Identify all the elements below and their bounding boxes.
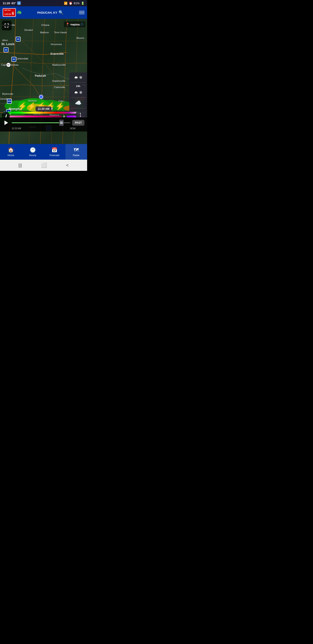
wp-divider-3 [71,108,86,108]
wp-row-1: 🌧 ❄ [71,74,86,81]
nav-label-forecast: Forecast [50,154,59,156]
nav-item-forecast[interactable]: 📅 Forecast [43,144,65,160]
logo-box: WPSD LOCAL 6 [3,8,16,17]
rain-snow-icon-1: 🌧 [74,75,78,80]
nav-label-radar: Radar [73,154,79,156]
nav-location: PADUCAH, KY 🔍 [37,10,63,15]
24h-label: 24h [76,85,80,88]
forecast-icon: 📅 [51,147,57,153]
time-display: 11:20 [3,2,10,5]
mapbox-logo-text: mapbox [70,23,80,26]
radar-icon: 🗺 [74,147,79,153]
timeline-labels: 10:20 AM NOW [3,127,84,130]
alarm-icon: ⏰ [69,2,72,5]
android-back-button[interactable]: < [66,163,69,168]
android-home-button[interactable]: ⬜ [41,162,47,168]
rain-snow-icon-2: 🌧 [74,90,78,95]
battery-display: 81% [74,2,79,5]
x-notification-icon: ✕ [17,1,21,5]
wp-row-24h: 24h [71,84,86,88]
mapbox-info-icon[interactable]: ⓘ [81,22,83,26]
legend-pink-gradient [8,116,62,118]
thumb-line-2 [60,122,63,123]
past-button[interactable]: PAST [72,120,84,126]
tooltip-time: 11:20 AM [38,107,49,110]
hourly-icon: 🕐 [30,147,36,153]
search-button[interactable]: 🔍 [58,10,63,15]
wifi-icon: 📶 [64,2,67,5]
timeline-end: NOW [70,127,75,130]
logo-wpsd: WPSD [4,9,11,11]
status-bar: 11:20 63° ✕ 📶 ⏰ 81% 🔋 [0,0,87,6]
snow-icon-2: ❄ [79,90,82,95]
map-container[interactable]: 📍 mapbox ⓘ Jacksonville Orbana Danville … [0,19,87,144]
expand-icon [4,23,9,28]
mapbox-attribution: 📍 mapbox ⓘ [64,22,85,27]
timeline-controls: PAST [3,119,84,126]
lightning-bolt-2: ⚡ [27,102,36,110]
location-text: PADUCAH, KY [37,11,57,14]
nav-label-home: Home [7,154,14,156]
snow-icon-1: ❄ [79,75,82,80]
location-dot [39,95,43,99]
lightning-bolt-5: ⚡ [55,102,64,110]
battery-icon: 🔋 [81,2,84,5]
cloud-icon: ☁️ [75,100,81,106]
android-recents-button[interactable]: ||| [18,163,22,168]
wp-divider-2 [71,97,86,98]
wp-row-cloud: ☁️ [71,99,86,107]
status-left: 11:20 63° ✕ [3,1,21,5]
scrubber-thumb[interactable] [59,120,64,126]
nav-item-home[interactable]: 🏠 Home [0,144,22,160]
temperature-display: 63° [11,2,16,5]
thumb-line-3 [60,124,63,124]
wp-row-2: 🌧 ❄ [71,89,86,96]
play-triangle-icon [4,120,8,125]
more-dots-icon [80,113,81,117]
scrubber-track[interactable] [12,122,70,123]
scrubber-fill [12,122,61,123]
nbc-peacock-icon: 🦚 [17,10,22,15]
expand-button[interactable] [2,20,12,30]
time-tooltip: 11:20 AM [35,106,52,111]
timeline-start: 10:20 AM [12,127,21,130]
logo-local: LOCAL [4,13,11,15]
play-button[interactable] [3,119,10,126]
lightning-bolt-1: ⚡ [18,102,27,110]
logo-number: 6 [12,11,14,16]
android-nav-bar: ||| ⬜ < [0,160,87,171]
wp-divider-1 [71,82,86,82]
logo-area: WPSD LOCAL 6 🦚 [3,8,22,17]
top-nav-bar: WPSD LOCAL 6 🦚 PADUCAH, KY 🔍 [0,6,87,19]
status-right: 📶 ⏰ 81% 🔋 [64,2,84,5]
home-icon: 🏠 [8,147,14,153]
bottom-nav: 🏠 Home 🕐 Hourly 📅 Forecast 🗺 Radar [0,144,87,160]
thumb-line-1 [60,122,63,122]
menu-button[interactable] [79,11,84,14]
nav-label-hourly: Hourly [29,154,36,156]
nav-item-radar[interactable]: 🗺 Radar [65,144,87,160]
timeline-bar: PAST 10:20 AM NOW [0,118,87,132]
nav-item-hourly[interactable]: 🕐 Hourly [22,144,44,160]
